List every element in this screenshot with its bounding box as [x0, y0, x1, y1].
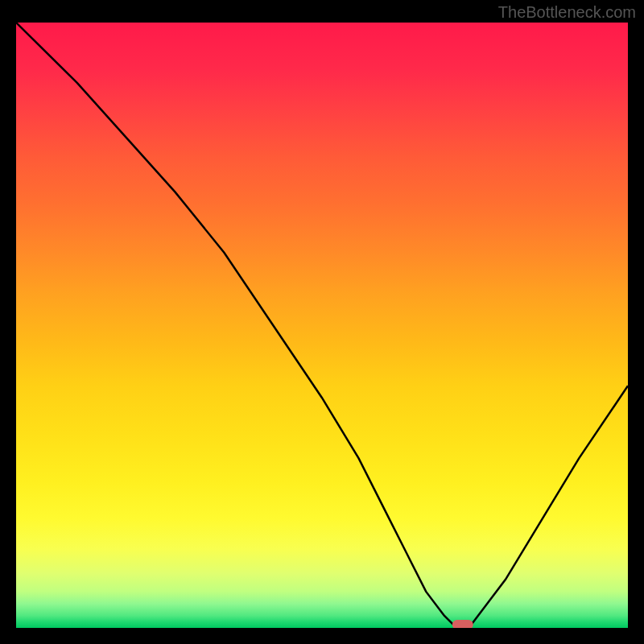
watermark-text: TheBottleneck.com	[498, 3, 636, 22]
chart-area	[16, 23, 628, 628]
chart-svg	[16, 23, 628, 628]
bottleneck-curve-line	[16, 23, 628, 628]
optimal-marker	[452, 620, 473, 628]
